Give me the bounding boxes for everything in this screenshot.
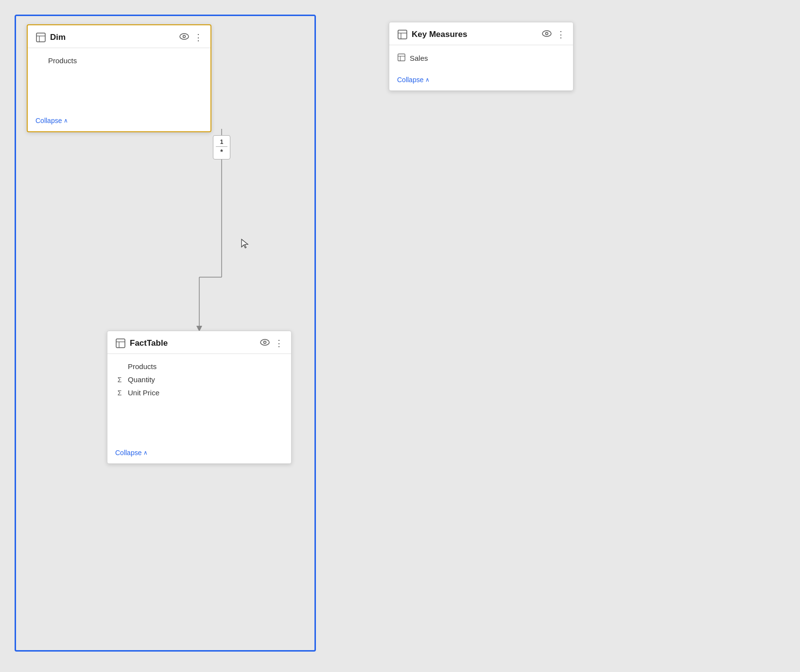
fact-products-row: Products <box>115 360 283 373</box>
key-measures-header-left: Key Measures <box>397 29 467 40</box>
fact-unitprice-label: Unit Price <box>128 389 159 397</box>
key-measures-sales-label: Sales <box>410 54 428 62</box>
fact-products-label: Products <box>128 362 157 371</box>
fact-more-icon[interactable]: ⋮ <box>275 338 283 349</box>
key-measures-sales-icon <box>397 53 406 63</box>
fact-unitprice-row: Σ Unit Price <box>115 386 283 399</box>
connector-badge: 1 * <box>213 135 230 159</box>
dim-card: Dim ⋮ Products Collapse <box>27 24 211 132</box>
dim-card-header: Dim ⋮ <box>28 25 210 48</box>
dim-more-icon[interactable]: ⋮ <box>194 32 203 43</box>
dim-collapse-chevron: ∧ <box>64 117 68 124</box>
svg-rect-20 <box>398 54 405 61</box>
mouse-cursor <box>241 238 250 253</box>
fact-collapse-button[interactable]: Collapse ∧ <box>115 449 283 457</box>
dim-table-icon <box>35 32 46 43</box>
canvas: Dim ⋮ Products Collapse <box>0 0 800 672</box>
fact-collapse-label: Collapse <box>115 449 141 457</box>
svg-point-18 <box>542 31 551 36</box>
connector-badge-bottom: * <box>220 148 223 156</box>
key-measures-collapse-label: Collapse <box>397 76 423 84</box>
key-measures-card-body: Sales <box>389 45 573 71</box>
key-measures-card-title: Key Measures <box>412 30 467 39</box>
svg-point-19 <box>546 33 548 35</box>
svg-rect-10 <box>116 339 125 348</box>
key-measures-card-actions: ⋮ <box>542 29 565 40</box>
key-measures-sales-row: Sales <box>397 51 565 65</box>
dim-eye-icon[interactable] <box>179 33 189 42</box>
key-measures-table-icon <box>397 29 408 40</box>
dim-card-footer: Collapse ∧ <box>28 112 210 131</box>
key-measures-more-icon[interactable]: ⋮ <box>557 29 565 40</box>
key-measures-eye-icon[interactable] <box>542 30 552 39</box>
dim-card-title: Dim <box>50 33 66 42</box>
fact-table-icon <box>115 338 126 349</box>
fact-card-title: FactTable <box>130 338 168 348</box>
svg-rect-15 <box>398 30 407 39</box>
fact-eye-icon[interactable] <box>260 339 270 348</box>
key-measures-collapse-chevron: ∧ <box>425 76 430 83</box>
svg-point-9 <box>183 35 186 38</box>
fact-quantity-label: Quantity <box>128 375 155 384</box>
dim-products-row: Products <box>35 54 203 67</box>
svg-point-14 <box>264 341 266 344</box>
key-measures-card-header: Key Measures ⋮ <box>389 22 573 45</box>
dim-products-label: Products <box>48 56 77 65</box>
fact-card: FactTable ⋮ Products Σ Quantity <box>107 331 292 464</box>
svg-point-13 <box>261 339 269 345</box>
dim-card-header-left: Dim <box>35 32 66 43</box>
key-measures-card: Key Measures ⋮ <box>389 22 574 91</box>
fact-card-header-left: FactTable <box>115 338 168 349</box>
fact-collapse-chevron: ∧ <box>143 449 148 456</box>
fact-quantity-sigma: Σ <box>115 376 124 384</box>
dim-card-body: Products <box>28 48 210 112</box>
fact-card-header: FactTable ⋮ <box>107 331 291 354</box>
svg-rect-5 <box>36 33 45 42</box>
fact-card-actions: ⋮ <box>260 338 283 349</box>
svg-point-8 <box>180 34 189 39</box>
fact-quantity-row: Σ Quantity <box>115 373 283 386</box>
dim-collapse-label: Collapse <box>35 117 62 124</box>
dim-card-actions: ⋮ <box>179 32 203 43</box>
fact-card-body: Products Σ Quantity Σ Unit Price <box>107 354 291 444</box>
key-measures-collapse-button[interactable]: Collapse ∧ <box>397 76 565 84</box>
key-measures-card-footer: Collapse ∧ <box>389 71 573 90</box>
dim-collapse-button[interactable]: Collapse ∧ <box>35 117 203 124</box>
fact-card-footer: Collapse ∧ <box>107 444 291 463</box>
connector-badge-top: 1 <box>220 139 224 145</box>
fact-unitprice-sigma: Σ <box>115 389 124 397</box>
